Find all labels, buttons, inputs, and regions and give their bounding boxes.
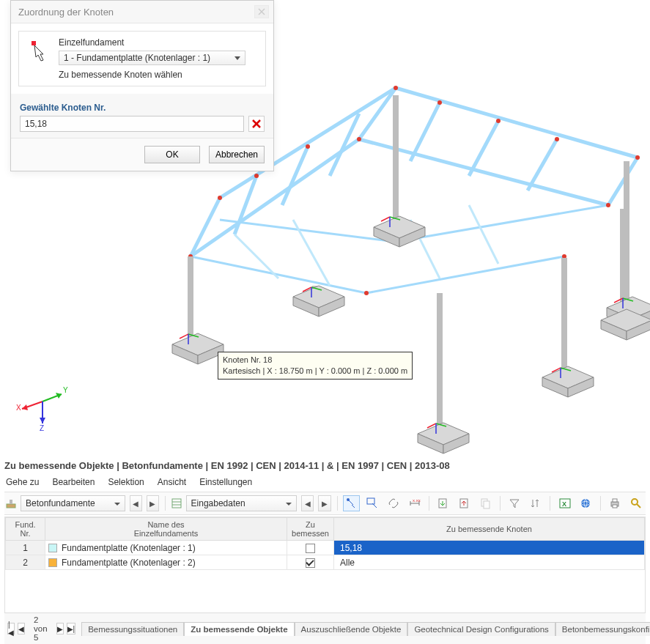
menu-goto[interactable]: Gehe zu [6,477,39,487]
mode-next[interactable]: ▶ [318,495,330,511]
svg-point-19 [357,137,361,141]
dimension-icon[interactable]: x.xx [406,495,423,511]
filter-icon[interactable] [506,495,523,511]
mode-prev[interactable]: ◀ [301,495,314,511]
close-icon[interactable] [254,5,269,18]
svg-point-93 [347,498,350,501]
combo-next[interactable]: ▶ [147,495,159,511]
cell-bem[interactable] [287,555,334,570]
svg-text:X: X [16,404,21,412]
tab-bemessungssituationen[interactable]: Bemessungssituationen [81,622,184,636]
data-mode-combo[interactable]: Eingabedaten [186,495,298,511]
excel-icon[interactable]: X [556,495,573,511]
axis-gizmo: X Y Z [13,372,72,431]
col-header-knoten[interactable]: Zu bemessende Knoten [334,518,645,541]
ok-button[interactable]: OK [144,146,200,163]
table-row[interactable]: 2Fundamentplatte (Knotenlager : 2)Alle [6,555,645,570]
svg-rect-88 [7,504,15,508]
node-assignment-dialog: Zuordnung der Knoten Einzelfundament 1 -… [10,0,274,171]
foundation-type-value: Betonfundamente [26,498,95,508]
tab-first[interactable]: |◀ [7,623,15,634]
tab-last[interactable]: ▶| [67,623,76,634]
tab-betonbemessungskonfigurationen[interactable]: Betonbemessungskonfigurationen [555,622,650,636]
foundation-dropdown-value: 1 - Fundamentplatte (Knotenlager : 1) [64,53,210,63]
svg-point-24 [496,119,501,123]
svg-line-4 [469,121,498,176]
svg-point-15 [218,196,222,200]
cell-bem[interactable] [287,541,334,555]
col-header-bem[interactable]: Zu bemessen [287,518,334,541]
clear-button[interactable] [248,116,265,132]
foundation-info-box: Einzelfundament 1 - Fundamentplatte (Kno… [18,31,266,86]
export-icon[interactable] [457,495,473,511]
svg-marker-75 [22,404,28,410]
svg-line-2 [330,114,359,176]
svg-rect-90 [172,499,181,508]
foundation-dropdown[interactable]: 1 - Fundamentplatte (Knotenlager : 1) [59,51,245,65]
tab-geotechnical-design-configurations[interactable]: Geotechnical Design Configurations [407,622,555,636]
svg-point-20 [606,203,610,207]
separator [165,496,166,511]
link-icon[interactable] [385,495,402,511]
svg-rect-85 [32,41,36,45]
data-mode-value: Eingabedaten [191,498,245,508]
dialog-titlebar[interactable]: Zuordnung der Knoten [11,1,273,23]
svg-point-21 [254,174,259,178]
tab-prev[interactable]: ◀ [18,623,25,634]
selected-nodes-label: Gewählte Knoten Nr. [11,103,273,113]
foundation-type-combo[interactable]: Betonfundamente [21,495,125,511]
selected-nodes-input[interactable] [20,116,244,132]
svg-line-11 [234,234,278,278]
svg-rect-108 [613,499,617,502]
svg-line-7 [220,220,396,242]
svg-rect-102 [484,501,490,508]
pick-single-icon[interactable] [343,495,360,511]
combo-prev[interactable]: ◀ [130,495,142,511]
tab-zu-bemessende-objekte[interactable]: Zu bemessende Objekte [184,622,294,636]
svg-line-10 [366,256,564,293]
menu-edit[interactable]: Bearbeiten [52,477,95,487]
search-icon[interactable] [627,495,644,511]
print-icon[interactable] [607,495,624,511]
panel-title: Zu bemessende Objekte | Betonfundamente … [4,460,646,471]
svg-point-16 [394,86,398,90]
panel-tabs: |◀ ◀ 2 von 5 ▶ ▶| BemessungssituationenZ… [4,612,646,644]
svg-rect-94 [367,498,374,504]
cell-knoten[interactable]: Alle [334,555,645,570]
sort-icon[interactable] [528,495,544,511]
svg-point-105 [581,499,590,508]
separator [337,496,338,511]
panel-toolbar: Betonfundamente ◀ ▶ Eingabedaten ◀ ▶ x.x… [4,492,646,515]
svg-point-23 [437,100,442,105]
table-row[interactable]: 1Fundamentplatte (Knotenlager : 1)15,18 [6,541,645,555]
svg-point-26 [364,291,369,295]
menu-settings[interactable]: Einstellungen [199,477,252,487]
svg-point-25 [555,137,559,141]
tab-next[interactable]: ▶ [56,623,64,634]
svg-point-22 [306,144,310,149]
tab-auszuschlie-ende-objekte[interactable]: Auszuschließende Objekte [295,622,408,636]
foundation-label: Einzelfundament [59,37,259,48]
pick-window-icon[interactable] [364,495,381,511]
cell-name: Fundamentplatte (Knotenlager : 1) [45,541,287,555]
svg-point-110 [632,499,638,505]
svg-text:X: X [562,500,566,508]
tooltip-line1: Knoten Nr. 18 [223,355,407,366]
copy-icon[interactable] [477,495,494,511]
cell-nr: 1 [6,541,45,555]
svg-text:x.xx: x.xx [413,498,421,503]
col-header-nr[interactable]: Fund. Nr. [6,518,45,541]
cell-knoten[interactable]: 15,18 [334,541,645,555]
import-icon[interactable] [435,495,452,511]
globe-icon[interactable] [577,495,594,511]
separator [600,496,601,511]
tab-counter: 2 von 5 [28,615,53,642]
cancel-button[interactable]: Abbrechen [209,146,265,163]
cell-nr: 2 [6,555,45,570]
menu-view[interactable]: Ansicht [158,477,186,487]
panel-menu: Gehe zu Bearbeiten Selektion Ansicht Ein… [4,475,646,492]
svg-line-12 [293,220,330,286]
col-header-name[interactable]: Name des Einzelfundaments [45,518,287,541]
menu-select[interactable]: Selektion [108,477,144,487]
data-mode-icon [171,498,182,508]
